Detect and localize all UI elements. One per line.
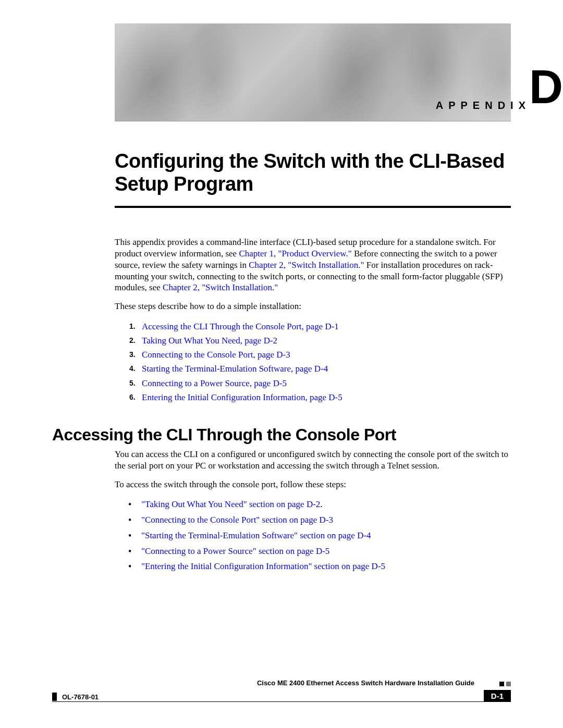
square-icon	[506, 682, 511, 686]
bullet-item: "Entering the Initial Configuration Info…	[127, 559, 511, 574]
steps-intro-text: These steps describe how to do a simple …	[115, 301, 511, 312]
step-link-6[interactable]: Entering the Initial Configuration Infor…	[142, 392, 342, 402]
bullet-item: "Connecting to a Power Source" section o…	[127, 544, 511, 559]
section-paragraph: You can access the CLI on a configured o…	[115, 449, 511, 472]
step-item: 6.Entering the Initial Configuration Inf…	[130, 390, 511, 404]
bullet-list: "Taking Out What You Need" section on pa…	[127, 497, 511, 574]
step-number: 6.	[129, 391, 136, 403]
page-number: D-1	[484, 690, 511, 702]
bullet-suffix: .	[320, 499, 322, 509]
step-link-4[interactable]: Starting the Terminal-Emulation Software…	[142, 364, 328, 374]
step-link-3[interactable]: Connecting to the Console Port, page D-3	[142, 350, 290, 360]
section-heading: Accessing the CLI Through the Console Po…	[52, 425, 511, 445]
step-number: 1.	[129, 320, 136, 332]
step-item: 1.Accessing the CLI Through the Console …	[130, 319, 511, 334]
bullet-link-2[interactable]: "Connecting to the Console Port" section…	[141, 515, 333, 525]
appendix-letter: D	[529, 64, 563, 110]
step-link-5[interactable]: Connecting to a Power Source, page D-5	[142, 378, 287, 388]
bullet-item: "Connecting to the Console Port" section…	[127, 512, 511, 528]
footer-doc-id: OL-7678-01	[62, 693, 99, 701]
step-link-1[interactable]: Accessing the CLI Through the Console Po…	[142, 322, 339, 331]
step-number: 5.	[129, 377, 136, 389]
title-rule	[115, 206, 511, 208]
step-item: 4.Starting the Terminal-Emulation Softwa…	[130, 362, 511, 376]
step-item: 3.Connecting to the Console Port, page D…	[130, 348, 511, 362]
step-number: 4.	[129, 363, 136, 374]
bullet-link-1[interactable]: "Taking Out What You Need" section on pa…	[141, 499, 320, 509]
appendix-label: APPENDIX	[436, 100, 531, 112]
step-link-2[interactable]: Taking Out What You Need, page D-2	[142, 336, 277, 346]
step-item: 2.Taking Out What You Need, page D-2	[130, 334, 511, 348]
follow-steps-text: To access the switch through the console…	[115, 479, 511, 490]
step-number: 2.	[129, 335, 136, 346]
footer-rule	[52, 701, 511, 702]
bullet-link-5[interactable]: "Entering the Initial Configuration Info…	[141, 561, 385, 571]
page-container: APPENDIX D Configuring the Switch with t…	[0, 0, 563, 728]
bullet-link-4[interactable]: "Connecting to a Power Source" section o…	[141, 546, 329, 556]
footer-left-block: OL-7678-01	[52, 693, 99, 701]
footer-bar-icon	[52, 693, 57, 701]
bullet-link-3[interactable]: "Starting the Terminal-Emulation Softwar…	[141, 530, 371, 540]
step-item: 5.Connecting to a Power Source, page D-5	[130, 376, 511, 390]
intro-paragraph: This appendix provides a command-line in…	[115, 237, 511, 293]
link-product-overview[interactable]: Chapter 1, "Product Overview."	[239, 249, 351, 258]
step-number: 3.	[129, 349, 136, 360]
numbered-steps-list: 1.Accessing the CLI Through the Console …	[130, 319, 511, 404]
footer-decoration-squares	[499, 682, 511, 686]
link-switch-installation-2[interactable]: Chapter 2, "Switch Installation."	[163, 282, 278, 292]
bullet-item: "Taking Out What You Need" section on pa…	[127, 497, 511, 512]
square-icon	[499, 682, 504, 686]
chapter-title: Configuring the Switch with the CLI-Base…	[115, 150, 511, 195]
footer-guide-title: Cisco ME 2400 Ethernet Access Switch Har…	[257, 679, 474, 687]
bullet-item: "Starting the Terminal-Emulation Softwar…	[127, 528, 511, 544]
page-footer: Cisco ME 2400 Ethernet Access Switch Har…	[52, 701, 511, 702]
link-switch-installation-1[interactable]: Chapter 2, "Switch Installation."	[249, 260, 364, 270]
